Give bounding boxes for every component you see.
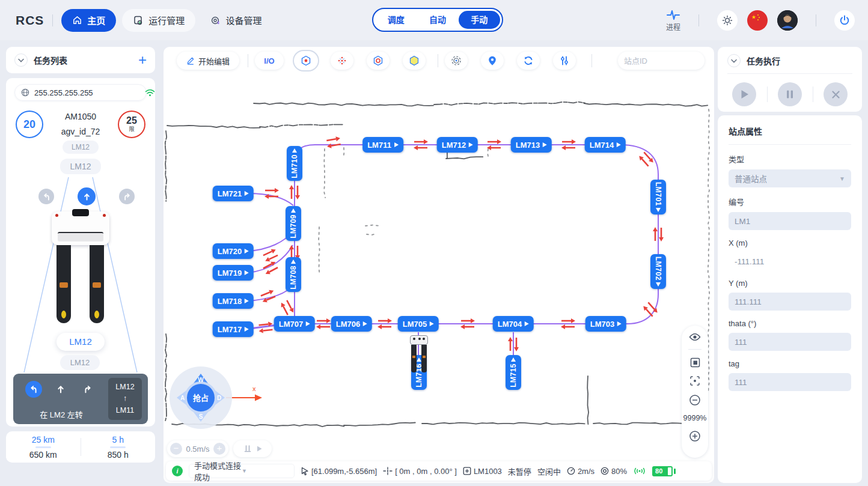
globe-icon — [21, 88, 29, 97]
map-station[interactable]: LM707 — [274, 316, 315, 332]
map-panel: LM710LM711LM712LM713LM714LM721LM709LM720… — [164, 47, 714, 483]
map-station[interactable]: LM704 — [493, 316, 534, 332]
forklift-light-left — [55, 214, 58, 217]
pause-task-button[interactable] — [778, 82, 802, 106]
map-station[interactable]: LM713 — [511, 137, 552, 153]
prop-field-value[interactable] — [729, 373, 851, 391]
prop-field-value[interactable] — [729, 293, 851, 311]
map-station[interactable]: LM719 — [213, 265, 254, 281]
pulse-icon — [666, 9, 680, 21]
map-station[interactable]: LM706 — [331, 316, 372, 332]
turn-left-button[interactable] — [38, 189, 54, 204]
robot-dot — [413, 338, 415, 340]
task-list-title: 任务列表 — [34, 54, 138, 66]
station-indicator: LM1003 — [463, 467, 502, 476]
theme-toggle-button[interactable] — [717, 10, 738, 31]
prop-input[interactable] — [735, 378, 845, 387]
refresh-button[interactable] — [517, 52, 540, 70]
collapse-task-list-button[interactable] — [14, 53, 28, 67]
mode-auto[interactable]: 自动 — [417, 11, 458, 29]
power-button[interactable] — [834, 10, 855, 31]
start-edit-button[interactable]: 开始编辑 — [177, 52, 239, 70]
cancel-task-button[interactable] — [824, 82, 848, 106]
play-task-button[interactable] — [732, 82, 756, 106]
mode-dispatch[interactable]: 调度 — [375, 11, 417, 29]
map-station[interactable]: LM714 — [585, 137, 626, 153]
nav-operations[interactable]: 运行管理 — [122, 9, 195, 32]
prop-field-value[interactable] — [729, 212, 851, 230]
nav-devices[interactable]: 设备管理 — [199, 9, 272, 32]
go-straight-button[interactable] — [78, 187, 96, 205]
svg-text:D: D — [217, 395, 221, 401]
layer-target-button[interactable] — [367, 52, 390, 70]
layer-stations-button[interactable] — [295, 52, 317, 70]
fork-tip — [94, 311, 99, 318]
filter-sliders-button[interactable] — [553, 52, 576, 70]
divider — [688, 349, 701, 350]
center-focus-button[interactable] — [689, 375, 700, 386]
manual-joystick[interactable]: W A D S 抢占 — [168, 365, 233, 430]
add-task-button[interactable]: + — [138, 54, 147, 66]
map-robot[interactable] — [410, 335, 428, 372]
task-exec-title: 任务执行 — [747, 55, 780, 67]
next-station-pill: LM12 — [60, 355, 100, 370]
avatar-icon — [777, 10, 798, 31]
vehicle-card: 20 AM1050 agv_id_72 25 限 LM12 LM12 LM12 … — [6, 78, 155, 427]
locate-pin-button[interactable] — [481, 52, 504, 70]
forklift-fork-left — [57, 245, 71, 323]
language-flag-button[interactable] — [747, 10, 768, 31]
prop-field-select[interactable]: 普通站点▼ — [729, 169, 851, 187]
map-station[interactable]: LM715 — [506, 355, 521, 390]
sliders-icon — [559, 55, 570, 66]
prop-field-value[interactable] — [729, 333, 851, 351]
up-arrow-icon — [82, 192, 91, 201]
io-button[interactable]: I/O — [255, 52, 284, 70]
speed-minus-button[interactable]: − — [170, 443, 182, 455]
mode-manual[interactable]: 手动 — [459, 11, 500, 29]
collapse-task-exec-button[interactable] — [727, 54, 741, 67]
map-station[interactable]: LM708 — [286, 257, 301, 292]
turn-right-button[interactable] — [119, 189, 135, 204]
speed-control: − 0.5m/s + — [167, 440, 228, 457]
radar-button[interactable] — [445, 52, 468, 70]
robot-pose-value: [ 0m , 0m , 0.00° ] — [395, 467, 457, 476]
map-station[interactable]: LM720 — [213, 243, 254, 259]
visibility-eye-button[interactable] — [689, 333, 701, 341]
fork-action-button[interactable] — [233, 440, 272, 457]
prop-input[interactable] — [735, 217, 845, 226]
prop-input[interactable] — [735, 297, 845, 306]
map-station[interactable]: LM705 — [398, 316, 439, 332]
map-station[interactable]: LM702 — [650, 254, 666, 289]
hint-turn-right-icon — [79, 381, 96, 398]
map-station[interactable]: LM712 — [437, 137, 478, 153]
map-station[interactable]: LM718 — [213, 293, 254, 309]
layer-zone-button[interactable] — [403, 52, 426, 70]
speed-plus-button[interactable]: + — [213, 443, 225, 455]
station-arrow-icon — [245, 191, 249, 196]
station-search-input[interactable] — [624, 56, 714, 65]
nav-home[interactable]: 主页 — [61, 9, 116, 32]
map-station[interactable]: LM711 — [362, 137, 403, 153]
layers-button[interactable] — [690, 357, 700, 368]
status-message-select[interactable]: 手动模式连接成功 ▼ — [189, 464, 295, 478]
refresh-icon — [523, 55, 534, 66]
map-station[interactable]: LM703 — [585, 316, 626, 332]
hint-route-box: LM12 ↑ LM11 — [108, 378, 142, 420]
map-station[interactable]: LM717 — [213, 321, 254, 337]
battery-value: 80 — [655, 467, 662, 475]
battery-segment — [668, 467, 671, 475]
app-logo: RCS — [16, 13, 44, 28]
layer-pointcloud-button[interactable] — [331, 52, 353, 70]
route-from: LM12 — [115, 381, 134, 393]
zoom-in-button[interactable] — [689, 430, 701, 442]
process-button[interactable]: 进程 — [666, 9, 680, 32]
user-avatar[interactable] — [777, 10, 798, 31]
zoom-out-button[interactable] — [689, 394, 701, 406]
prop-input[interactable] — [735, 338, 845, 347]
map-station[interactable]: LM709 — [286, 206, 301, 241]
robot-pad — [423, 356, 426, 358]
ip-input[interactable] — [34, 88, 140, 97]
map-station[interactable]: LM710 — [287, 146, 302, 181]
map-station[interactable]: LM701 — [650, 180, 666, 214]
map-station[interactable]: LM721 — [213, 186, 254, 201]
